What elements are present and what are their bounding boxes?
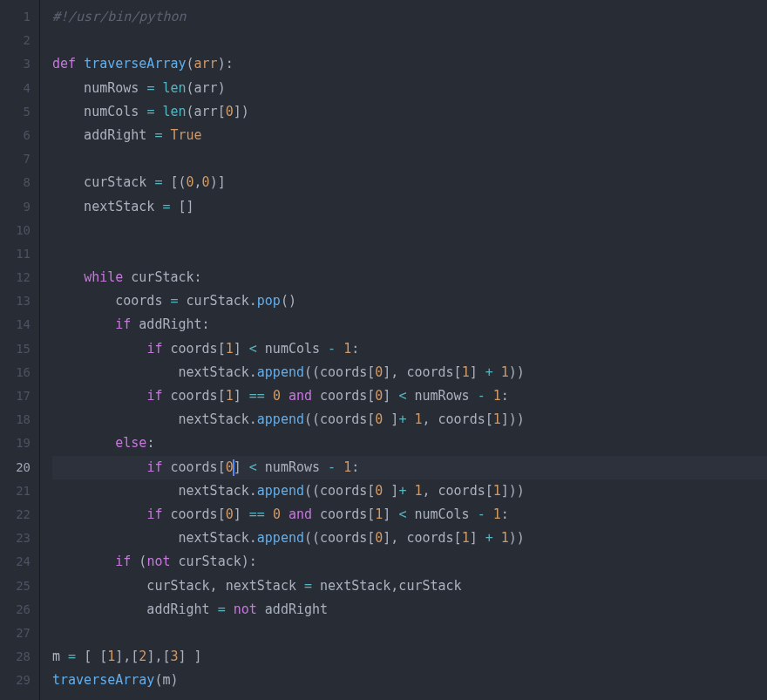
token-paren: (( (304, 483, 320, 499)
code-line[interactable] (52, 622, 767, 645)
token-keyword: if (146, 341, 162, 357)
token-var (226, 601, 234, 617)
line-number: 12 (5, 266, 31, 289)
code-editor-area[interactable]: #!/usr/bin/pythondef traverseArray(arr):… (40, 0, 767, 700)
code-line[interactable]: addRight = True (52, 124, 767, 147)
code-line[interactable]: nextStack.append((coords[0 ]+ 1, coords[… (52, 408, 767, 432)
token-var: curStack (170, 554, 241, 569)
token-number: 1 (462, 364, 470, 380)
code-line[interactable]: #!/usr/bin/python (52, 5, 767, 29)
token-paren: ( (187, 56, 194, 71)
token-op: + (485, 530, 493, 546)
token-keyword: if (146, 506, 162, 522)
token-paren: [ (367, 483, 375, 499)
code-line[interactable]: nextStack.append((coords[0], coords[1] +… (52, 361, 767, 384)
token-keyword: if (115, 554, 131, 569)
token-var (265, 388, 273, 404)
token-var: addRight (52, 601, 218, 617)
line-number: 20 (5, 456, 31, 479)
token-var: coords (162, 341, 217, 357)
code-line[interactable]: else: (52, 432, 767, 455)
token-paren: ] (383, 388, 390, 404)
code-line[interactable]: if coords[1] < numCols - 1: (52, 337, 767, 361)
token-var (52, 506, 146, 522)
code-line[interactable]: coords = curStack.pop() (52, 289, 767, 313)
token-paren: [ (218, 506, 226, 522)
token-var: coords (320, 530, 367, 546)
token-paren: )) (509, 530, 525, 546)
line-number: 24 (5, 550, 31, 574)
code-line[interactable]: curStack = [(0,0)] (52, 171, 767, 194)
code-line[interactable]: curStack, nextStack = nextStack,curStack (52, 574, 767, 598)
token-paren: ] (234, 459, 241, 475)
token-keyword: not (234, 601, 257, 617)
code-line[interactable] (52, 219, 767, 242)
token-punct: : (501, 388, 509, 404)
token-var (493, 530, 501, 546)
token-paren: [ (170, 174, 178, 190)
code-line[interactable]: addRight = not addRight (52, 598, 767, 622)
token-var: coords (52, 293, 170, 309)
token-var (336, 459, 343, 475)
token-var (92, 649, 99, 664)
token-punct: : (351, 459, 359, 475)
token-var: , coords (390, 364, 453, 380)
token-number: 0 (273, 388, 281, 404)
token-number: 0 (273, 506, 281, 522)
code-line[interactable]: if coords[0] < numRows - 1: (52, 456, 767, 479)
token-paren: ] (501, 483, 509, 499)
token-var: arr (194, 104, 218, 119)
code-line[interactable]: if (not curStack): (52, 550, 767, 574)
token-var: curStack (123, 269, 193, 285)
code-line[interactable] (52, 29, 767, 52)
token-paren: [ (367, 411, 375, 427)
token-var (52, 459, 146, 475)
token-paren: ] (218, 174, 226, 190)
token-var: numRows (52, 80, 146, 96)
line-number: 2 (5, 29, 31, 52)
token-op: = (218, 601, 226, 617)
code-line[interactable]: traverseArray(m) (52, 669, 767, 692)
token-var (336, 341, 343, 357)
token-paren: [ (485, 483, 493, 499)
line-number: 9 (5, 195, 31, 219)
token-paren: ) (218, 80, 226, 96)
token-var (76, 649, 84, 664)
code-line[interactable]: while curStack: (52, 266, 767, 289)
code-line[interactable]: nextStack = [] (52, 195, 767, 219)
token-number: 0 (226, 104, 234, 119)
token-number: 1 (226, 388, 234, 404)
token-var (52, 554, 115, 569)
code-line[interactable]: if coords[1] == 0 and coords[0] < numRow… (52, 384, 767, 408)
token-paren: ( (179, 174, 187, 190)
token-number: 0 (202, 174, 210, 190)
code-line[interactable]: if coords[0] == 0 and coords[1] < numCol… (52, 503, 767, 527)
code-line[interactable]: m = [ [1],[2],[3] ] (52, 645, 767, 669)
token-number: 1 (107, 649, 115, 664)
line-number: 22 (5, 503, 31, 527)
token-funcname: traverseArray (52, 672, 154, 688)
code-line[interactable]: if addRight: (52, 313, 767, 336)
code-line[interactable] (52, 147, 767, 171)
token-op: < (249, 459, 257, 475)
token-punct: : (226, 56, 234, 71)
token-punct: : (351, 341, 359, 357)
token-var (478, 364, 485, 380)
token-op: == (249, 506, 265, 522)
token-paren: ] (234, 341, 241, 357)
token-var: , coords (422, 483, 485, 499)
token-paren: ) (210, 174, 218, 190)
token-paren: ) (241, 554, 249, 569)
code-line[interactable] (52, 242, 767, 266)
code-line[interactable]: numCols = len(arr[0]) (52, 100, 767, 124)
code-line[interactable]: nextStack.append((coords[0], coords[1] +… (52, 527, 767, 550)
token-number: 0 (375, 530, 383, 546)
token-paren: [ (454, 364, 462, 380)
token-var: , coords (422, 411, 485, 427)
token-number: 1 (343, 341, 351, 357)
code-line[interactable]: nextStack.append((coords[0 ]+ 1, coords[… (52, 479, 767, 503)
code-line[interactable]: def traverseArray(arr): (52, 52, 767, 76)
token-paren: ( (187, 80, 194, 96)
code-line[interactable]: numRows = len(arr) (52, 77, 767, 100)
token-keyword: if (146, 459, 162, 475)
